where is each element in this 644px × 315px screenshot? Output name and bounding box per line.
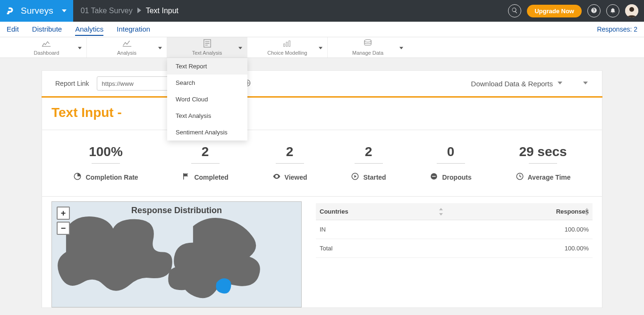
response-table: Countries Responses: [316, 201, 593, 307]
flag-icon: [182, 172, 190, 182]
svg-rect-5: [289, 41, 290, 47]
analytics-toolbar: Dashboard Analysis Text Analysis Choice …: [0, 37, 644, 58]
svg-point-1: [629, 7, 634, 12]
caret-down-icon: [158, 44, 162, 51]
dropdown-text-analysis[interactable]: Text Analysis: [167, 108, 247, 124]
sort-icon: [585, 207, 589, 216]
help-icon: [591, 7, 597, 15]
tool-dashboard[interactable]: Dashboard: [7, 37, 87, 58]
database-icon: [363, 39, 373, 49]
table-row: IN 100.00%: [316, 220, 593, 239]
report-link-label: Report Link: [55, 80, 89, 87]
tool-analysis[interactable]: Analysis: [87, 37, 167, 58]
brand-surveys-dropdown[interactable]: Surveys: [0, 0, 73, 22]
accent-divider: [42, 96, 602, 98]
world-map-icon: [52, 202, 301, 307]
dropdown-text-report[interactable]: Text Report: [167, 58, 247, 75]
nav-integration[interactable]: Integration: [117, 23, 150, 36]
minus-circle-icon: [430, 172, 438, 182]
map-zoom-in[interactable]: +: [57, 207, 70, 220]
chevron-right-icon: [137, 7, 141, 15]
dropdown-search[interactable]: Search: [167, 75, 247, 91]
gauge-icon: [73, 172, 82, 182]
stat-started: 2 Started: [351, 144, 386, 182]
stat-viewed: 2 Viewed: [272, 144, 307, 182]
col-countries[interactable]: Countries: [316, 203, 447, 220]
table-row: Total 100.00%: [316, 239, 593, 258]
report-link-bar: Report Link Download Data & Reports: [42, 70, 602, 97]
stat-completion-rate: 100% Completion Rate: [73, 144, 138, 182]
upgrade-button[interactable]: Upgrade Now: [527, 5, 582, 17]
svg-point-6: [364, 40, 371, 42]
caret-down-icon: [238, 44, 242, 51]
tool-text-analysis[interactable]: Text Analysis: [167, 37, 247, 58]
svg-rect-11: [432, 176, 436, 177]
col-responses[interactable]: Responses: [447, 203, 593, 220]
search-button[interactable]: [508, 4, 521, 17]
section-nav: Edit Distribute Analytics Integration Re…: [0, 22, 644, 37]
response-map[interactable]: Response Distribution + −: [51, 201, 302, 307]
logo-icon: [5, 5, 16, 17]
caret-down-icon: [78, 44, 82, 51]
nav-distribute[interactable]: Distribute: [32, 23, 62, 36]
responses-count[interactable]: Responses: 2: [597, 25, 637, 33]
user-avatar[interactable]: [625, 4, 638, 17]
trend-chart-icon: [122, 39, 132, 49]
tool-manage-data[interactable]: Manage Data: [328, 37, 408, 58]
dropdown-sentiment-analysis[interactable]: Sentiment Analysis: [167, 124, 247, 141]
topbar: Surveys 01 Take Survey Text Input Upgrad…: [0, 0, 644, 22]
distribution-section: Response Distribution + − Co: [42, 197, 602, 308]
expand-toggle[interactable]: [582, 80, 589, 88]
map-title: Response Distribution: [52, 206, 301, 216]
map-zoom-out[interactable]: −: [57, 222, 70, 235]
stat-average-time: 29 secs Average Time: [516, 144, 571, 182]
breadcrumb: 01 Take Survey Text Input: [73, 7, 178, 15]
eye-icon: [272, 172, 281, 182]
stat-dropouts: 0 Dropouts: [430, 144, 471, 182]
svg-rect-4: [287, 42, 288, 46]
notifications-button[interactable]: [606, 4, 619, 17]
nav-analytics[interactable]: Analytics: [75, 23, 103, 36]
caret-down-icon: [399, 44, 403, 51]
text-document-icon: [202, 39, 212, 49]
clock-icon: [516, 172, 524, 182]
page-content: Report Link Download Data & Reports Text…: [0, 58, 644, 308]
breadcrumb-parent[interactable]: 01 Take Survey: [81, 7, 133, 15]
svg-rect-3: [284, 44, 285, 47]
bell-icon: [610, 7, 616, 15]
chevron-down-icon: [582, 80, 589, 88]
page-title: Text Input -: [51, 105, 122, 120]
text-analysis-dropdown: Text Report Search Word Cloud Text Analy…: [167, 58, 247, 141]
tool-choice-modelling[interactable]: Choice Modelling: [247, 37, 328, 58]
bar-chart-icon: [282, 39, 292, 49]
nav-edit[interactable]: Edit: [7, 23, 19, 36]
line-chart-icon: [41, 39, 51, 49]
caret-down-icon: [319, 44, 322, 51]
dropdown-word-cloud[interactable]: Word Cloud: [167, 91, 247, 108]
breadcrumb-current: Text Input: [146, 7, 178, 15]
search-icon: [511, 7, 518, 15]
sort-icon: [439, 207, 443, 216]
brand-label: Surveys: [21, 6, 53, 16]
caret-down-icon: [62, 7, 67, 15]
help-button[interactable]: [587, 4, 601, 17]
download-data-dropdown[interactable]: Download Data & Reports: [471, 80, 563, 88]
stats-row: 100% Completion Rate 2 Completed 2 Viewe…: [42, 130, 602, 197]
play-circle-icon: [351, 172, 359, 182]
page-title-card: Text Input -: [42, 98, 602, 130]
topbar-actions: Upgrade Now: [508, 4, 644, 17]
caret-down-icon: [557, 80, 563, 88]
stat-completed: 2 Completed: [182, 144, 228, 182]
